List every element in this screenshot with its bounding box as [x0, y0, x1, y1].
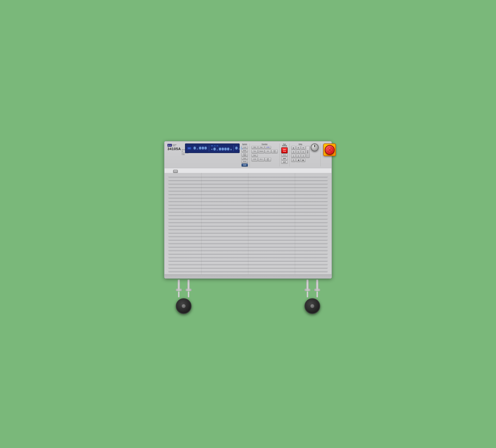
kg-logo: KG KEISOKU GIKEN	[168, 144, 183, 147]
vent-line	[169, 221, 327, 223]
power-button[interactable]	[173, 170, 178, 173]
leg-post-2	[187, 279, 190, 289]
save-button[interactable]: Save	[251, 154, 258, 157]
brand-name: KEISOKU GIKEN	[172, 144, 177, 146]
left-wheel	[176, 298, 191, 314]
opp-button[interactable]: OPP	[281, 157, 288, 160]
dyn-electric-button[interactable]: DYNElec	[265, 157, 271, 161]
indicator-li1: LI1	[217, 145, 218, 147]
estop-button[interactable]	[325, 145, 335, 155]
leg-foot-4	[314, 289, 320, 291]
vent-line	[169, 214, 327, 216]
vent-line	[169, 193, 327, 195]
num-8-btn[interactable]: 8	[296, 146, 300, 150]
vent-line	[169, 186, 327, 187]
knob-area	[311, 143, 319, 151]
nav-left-btn[interactable]: ◀	[296, 158, 300, 162]
vent-line	[169, 200, 327, 201]
load-button[interactable]: LOAD	[265, 146, 271, 149]
display-separator	[209, 145, 209, 151]
function-row-4: CONF Elm 1 DYNElec	[251, 157, 278, 161]
vent-line	[169, 211, 327, 212]
vent-line	[169, 253, 327, 254]
right-leg-1	[305, 279, 310, 297]
shift-button[interactable]: Shift	[242, 164, 248, 167]
right-wheel	[305, 298, 320, 314]
vent-line	[169, 256, 327, 258]
indicator-sta: STA	[211, 145, 213, 147]
legs-area	[172, 279, 324, 314]
function-buttons: SEQ Step LOAD Time Repeat Exit DYNSTA Sa…	[251, 146, 278, 162]
emergency-stop	[323, 143, 336, 156]
left-wheel-assembly	[176, 279, 191, 314]
vent-line	[169, 270, 327, 272]
num-4-btn[interactable]: 4	[291, 150, 295, 154]
exit-button[interactable]: Exit	[265, 150, 271, 153]
controls-wrapper: System Local Mode SystemSetup Store Reca…	[242, 143, 336, 167]
vent-line	[169, 263, 327, 265]
right-wheel-assembly	[305, 279, 320, 314]
local-button[interactable]: Local	[242, 146, 248, 149]
bottom-bar	[165, 274, 331, 278]
test-setting-label: TestSetting	[282, 143, 287, 147]
separator-1	[249, 143, 250, 167]
vent-line	[169, 189, 327, 191]
step-button[interactable]: Step	[258, 146, 264, 149]
display-panel: CC 0.000 STA ?? LI1 -0.0000	[185, 143, 240, 153]
foot-rod-4	[316, 292, 318, 297]
vent-line	[169, 267, 327, 268]
vent-line	[169, 183, 327, 184]
num-9-btn[interactable]: 9	[301, 146, 305, 150]
vent-line	[169, 203, 327, 205]
seq-button[interactable]: SEQ	[251, 146, 258, 149]
display-unit-2: A	[231, 149, 232, 151]
dyn-sta-button[interactable]: DYNSTA	[271, 150, 278, 153]
vent-line	[169, 225, 327, 226]
function-row-3: Save	[251, 154, 278, 157]
system-setup-button[interactable]: SystemSetup	[242, 153, 248, 156]
power-area	[165, 168, 331, 173]
nav-right-btn[interactable]: ▶	[301, 158, 305, 162]
separator-3	[289, 143, 290, 167]
top-panel: KG KEISOKU GIKEN 34105A 60V/1000A,5kW DC…	[165, 141, 331, 168]
vent-lines	[168, 174, 328, 273]
left-leg-1	[176, 279, 182, 297]
leg-post-4	[316, 279, 318, 289]
num-3-btn[interactable]: 3	[301, 154, 305, 158]
display-readings: 0.000 STA ?? LI1 -0.0000 A	[194, 145, 246, 152]
num-0-btn[interactable]: 0	[291, 158, 295, 162]
test-setting-group: TestSetting StartStop Short OPP OCP	[281, 143, 288, 164]
knob[interactable]	[311, 143, 319, 151]
vent-line	[169, 260, 327, 261]
function-group: Function SEQ Step LOAD Time Repeat Exit …	[251, 143, 278, 162]
system-label: System	[242, 143, 247, 145]
indicator-??: ??	[214, 145, 216, 147]
model-number: 34105A	[168, 147, 181, 151]
display-separator-2	[233, 145, 234, 151]
ocp-button[interactable]: OCP	[281, 161, 288, 164]
leg-post-1	[178, 279, 180, 289]
left-legs	[176, 279, 191, 297]
num-5-btn[interactable]: 5	[296, 150, 300, 154]
elm1-button[interactable]: Elm 1	[258, 157, 264, 161]
vent-line	[169, 217, 327, 219]
num-6-btn[interactable]: 6	[301, 150, 305, 154]
start-stop-button[interactable]: StartStop	[281, 147, 288, 153]
conf-button[interactable]: CONF	[251, 157, 258, 161]
mode-button[interactable]: Mode	[242, 149, 248, 152]
chassis: KG KEISOKU GIKEN 34105A 60V/1000A,5kW DC…	[164, 141, 332, 278]
num-2-btn[interactable]: 2	[296, 154, 300, 158]
vent-line	[169, 239, 327, 240]
num-1-btn[interactable]: 1	[291, 154, 295, 158]
vent-line	[169, 232, 327, 233]
recall-button[interactable]: Recall	[242, 160, 248, 163]
short-button[interactable]: Short	[281, 154, 288, 156]
time-button[interactable]: Time	[251, 150, 258, 153]
nav-up-btn[interactable]: ▲	[291, 146, 295, 150]
logo-area: KG KEISOKU GIKEN 34105A 60V/1000A,5kW DC…	[168, 143, 183, 155]
repeat-button[interactable]: Repeat	[258, 150, 264, 153]
vent-line	[169, 179, 327, 181]
enter-button[interactable]: Enter	[306, 146, 310, 158]
store-button[interactable]: Store	[242, 157, 248, 160]
display-mode: CC	[187, 147, 191, 150]
